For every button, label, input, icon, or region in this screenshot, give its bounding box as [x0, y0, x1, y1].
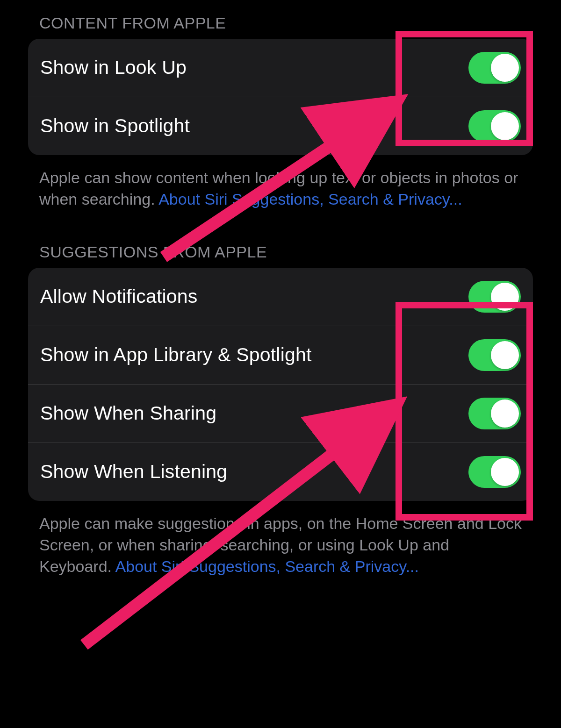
section-footer-content-from-apple: Apple can show content when looking up t…: [39, 167, 522, 210]
toggle-knob: [491, 283, 519, 311]
row-show-when-listening: Show When Listening: [28, 443, 533, 501]
toggle-show-in-look-up[interactable]: [468, 52, 521, 84]
settings-group-suggestions-from-apple: Allow Notifications Show in App Library …: [28, 268, 533, 501]
toggle-show-when-listening[interactable]: [468, 456, 521, 488]
row-show-in-look-up: Show in Look Up: [28, 39, 533, 97]
section-footer-suggestions-from-apple: Apple can make suggestions in apps, on t…: [39, 513, 522, 578]
section-header-content-from-apple: CONTENT FROM APPLE: [39, 14, 533, 32]
about-siri-privacy-link[interactable]: About Siri Suggestions, Search & Privacy…: [158, 190, 462, 208]
toggle-allow-notifications[interactable]: [468, 281, 521, 313]
toggle-knob: [491, 112, 519, 140]
toggle-knob: [491, 458, 519, 486]
about-siri-privacy-link[interactable]: About Siri Suggestions, Search & Privacy…: [115, 557, 419, 575]
row-show-in-app-library-spotlight: Show in App Library & Spotlight: [28, 326, 533, 384]
toggle-knob: [491, 400, 519, 428]
toggle-show-when-sharing[interactable]: [468, 398, 521, 429]
toggle-show-in-spotlight[interactable]: [468, 110, 521, 142]
row-show-when-sharing: Show When Sharing: [28, 384, 533, 443]
row-label: Show in Spotlight: [40, 115, 199, 137]
row-label: Show in App Library & Spotlight: [40, 344, 321, 366]
section-header-suggestions-from-apple: SUGGESTIONS FROM APPLE: [39, 243, 533, 261]
toggle-knob: [491, 341, 519, 369]
toggle-knob: [491, 54, 519, 82]
row-label: Show When Sharing: [40, 402, 226, 424]
row-label: Allow Notifications: [40, 285, 207, 307]
toggle-show-in-app-library-spotlight[interactable]: [468, 339, 521, 371]
row-label: Show in Look Up: [40, 57, 196, 79]
row-label: Show When Listening: [40, 461, 237, 483]
row-show-in-spotlight: Show in Spotlight: [28, 97, 533, 155]
row-allow-notifications: Allow Notifications: [28, 268, 533, 326]
settings-group-content-from-apple: Show in Look Up Show in Spotlight: [28, 39, 533, 155]
